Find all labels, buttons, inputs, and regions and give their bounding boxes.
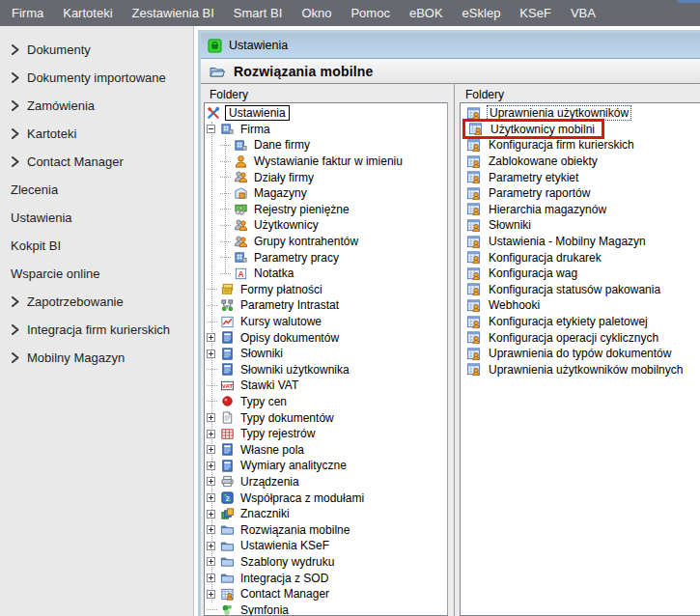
menu-item-kartoteki[interactable]: Kartoteki [53, 0, 122, 26]
list-item-uzytkownicy-mobilni[interactable]: Użytkownicy mobilni [461, 122, 700, 138]
tree-item-rozwiazania-mobilne[interactable]: Rozwiązania mobilne [205, 521, 447, 538]
chevron-right-icon [11, 156, 20, 167]
tree-item-parametry-intrastat[interactable]: Parametry Intrastat [205, 297, 447, 314]
tree-item-notatka[interactable]: ANotatka [205, 266, 447, 282]
menu-item-ebok[interactable]: eBOK [400, 0, 453, 26]
list-item-konfiguracja-operacji-cyklicznych[interactable]: Konfiguracja operacji cyklicznych [461, 329, 700, 346]
tree-item-typy-rejestrow[interactable]: Typy rejestrów [205, 426, 447, 442]
tree-item-firma[interactable]: Firma [205, 122, 447, 138]
window-titlebar[interactable]: Ustawienia [201, 33, 700, 59]
list-item-webhooki[interactable]: Webhooki [461, 297, 700, 314]
sidebar-item-mobilny-magazyn[interactable]: Mobilny Magazyn [0, 344, 193, 372]
list-item-konfiguracja-etykiety-paletowej[interactable]: Konfiguracja etykiety paletowej [461, 314, 700, 330]
tree-item-magazyny[interactable]: Magazyny [205, 185, 447, 202]
tree-item-slowniki[interactable]: Słowniki [205, 346, 447, 362]
tree-item-opisy-dokumentow[interactable]: Opisy dokumentów [205, 329, 447, 346]
expander-plus-icon[interactable] [207, 493, 217, 502]
list-item-konfiguracja-statusow-pakowania[interactable]: Konfiguracja statusów pakowania [461, 282, 700, 298]
tree-item-wystawianie-faktur-w-imieniu[interactable]: Wystawianie faktur w imieniu [205, 154, 447, 170]
tree-item-urzadzenia[interactable]: Urządzenia [205, 474, 447, 490]
tree-item-parametry-pracy[interactable]: Parametry pracy [205, 249, 447, 266]
tree-item-label: Szablony wydruku [238, 555, 336, 569]
list-item-ustawienia-mobilny-magazyn[interactable]: Ustawienia - Mobilny Magazyn [461, 234, 700, 250]
expander-plus-icon[interactable] [207, 574, 217, 582]
expander-plus-icon[interactable] [207, 525, 217, 534]
list-item-label: Zablokowane obiekty [487, 154, 600, 168]
tree-item-slowniki-uzytkownika[interactable]: Słowniki użytkownika [205, 362, 447, 378]
tree-item-rejestry-pieniezne[interactable]: Rejestry pieniężne [205, 202, 447, 218]
tree-item-typy-dokumentow[interactable]: Typy dokumentów [205, 409, 447, 426]
tree-item-szablony-wydruku[interactable]: Szablony wydruku [205, 554, 447, 571]
list-item-konfiguracja-wag[interactable]: Konfiguracja wag [461, 266, 700, 282]
tree-item-ustawienia-ksef[interactable]: Ustawienia KSeF [205, 538, 447, 554]
expander-plus-icon[interactable] [207, 590, 217, 599]
tree-item-formy-platnosci[interactable]: Formy płatności [205, 282, 447, 298]
tree-item-stawki-vat[interactable]: VATStawki VAT [205, 378, 447, 394]
tree-item-wspolpraca-z-modulami[interactable]: 2Współpraca z modułami [205, 490, 447, 506]
menu-item-ksef[interactable]: KSeF [510, 0, 561, 26]
menu-item-zestawienia-bi[interactable]: Zestawienia BI [123, 0, 224, 26]
menu-item-vba[interactable]: VBA [561, 0, 605, 26]
sidebar-item-ustawienia[interactable]: Ustawienia [0, 204, 193, 232]
sidebar-item-zamowienia[interactable]: Zamówienia [0, 92, 193, 120]
money-icon [234, 202, 248, 216]
tree-item-contact-manager[interactable]: Contact Manager [205, 586, 447, 602]
warehouse-icon [234, 186, 248, 201]
sidebar-item-dokumenty[interactable]: Dokumenty [0, 36, 193, 64]
list-item-uprawnienia-do-typow-dokumentow[interactable]: Uprawnienia do typów dokumentów [461, 346, 700, 362]
tree-item-dzialy-firmy[interactable]: Działy firmy [205, 169, 447, 185]
panel-splitter[interactable] [454, 84, 455, 616]
list-item-parametry-etykiet[interactable]: Parametry etykiet [461, 169, 700, 185]
expander-plus-icon[interactable] [207, 413, 217, 422]
permissions-icon [466, 266, 481, 281]
tree-item-grupy-kontrahentow[interactable]: Grupy kontrahentów [205, 234, 447, 250]
expander-plus-icon[interactable] [207, 430, 217, 438]
tree-item-integracja-z-sod[interactable]: Integracja z SOD [205, 570, 447, 586]
sidebar-item-zapotrzebowanie[interactable]: Zapotrzebowanie [0, 288, 193, 316]
menu-item-okno[interactable]: Okno [292, 0, 341, 26]
tree-item-dane-firmy[interactable]: Dane firmy [205, 137, 447, 154]
menu-item-smart-bi[interactable]: Smart BI [224, 0, 293, 26]
sidebar-item-label: Dokumenty [27, 42, 91, 57]
doc-blue-icon [220, 347, 235, 361]
tree-item-symfonia[interactable]: Symfonia [205, 602, 447, 616]
expander-plus-icon[interactable] [207, 510, 217, 518]
sidebar-item-zlecenia[interactable]: Zlecenia [0, 176, 193, 204]
tree-item-znaczniki[interactable]: Znaczniki [205, 506, 447, 522]
tree-item-label: Współpraca z modułami [238, 491, 366, 505]
list-item-slowniki[interactable]: Słowniki [461, 217, 700, 234]
expander-plus-icon[interactable] [207, 557, 217, 566]
expander-plus-icon[interactable] [207, 445, 217, 454]
sidebar-item-integracja-firm-kurierskich[interactable]: Integracja firm kurierskich [0, 316, 193, 344]
tree-guide [220, 241, 231, 242]
list-item-zablokowane-obiekty[interactable]: Zablokowane obiekty [461, 154, 700, 170]
menu-item-pomoc[interactable]: Pomoc [341, 0, 399, 26]
expander-minus-icon[interactable] [207, 125, 217, 133]
list-item-hierarchia-magazynow[interactable]: Hierarchia magazynów [461, 202, 700, 218]
menu-item-firma[interactable]: Firma [2, 0, 53, 26]
tree-item-wlasne-pola[interactable]: Własne pola [205, 441, 447, 458]
tree-item-typy-cen[interactable]: Typy cen [205, 394, 447, 410]
tree-item-uzytkownicy[interactable]: Użytkownicy [205, 217, 447, 234]
expander-plus-icon[interactable] [207, 350, 217, 358]
tree-item-wymiary-analityczne[interactable]: Wymiary analityczne [205, 458, 447, 474]
sidebar-item-kartoteki[interactable]: Kartoteki [0, 120, 193, 148]
list-item-konfiguracja-drukarek[interactable]: Konfiguracja drukarek [461, 249, 700, 266]
sidebar-item-dokumenty-importowane[interactable]: Dokumenty importowane [0, 64, 193, 92]
expander-plus-icon[interactable] [207, 333, 217, 342]
printer-icon [220, 474, 235, 489]
list-item-konfiguracja-firm-kurierskich[interactable]: Konfiguracja firm kurierskich [461, 137, 700, 154]
list-item-uprawnienia-uzytkownikow-mobilnych[interactable]: Uprawnienia użytkowników mobilnych [461, 362, 700, 378]
expander-plus-icon[interactable] [207, 477, 217, 486]
sidebar-item-contact-manager[interactable]: Contact Manager [0, 148, 193, 176]
tree-item-kursy-walutowe[interactable]: Kursy walutowe [205, 314, 447, 330]
list-item-parametry-raportow[interactable]: Parametry raportów [461, 185, 700, 202]
expander-plus-icon[interactable] [207, 462, 217, 470]
menu-item-esklep[interactable]: eSklep [453, 0, 511, 26]
tree-item-ustawienia[interactable]: Ustawienia [205, 105, 447, 122]
sidebar-item-kokpit-bi[interactable]: Kokpit BI [0, 232, 193, 260]
sidebar-item-wsparcie-online[interactable]: Wsparcie online [0, 260, 193, 288]
tree-guide [220, 257, 231, 258]
sidebar-item-label: Wsparcie online [11, 266, 100, 281]
expander-plus-icon[interactable] [207, 542, 217, 550]
